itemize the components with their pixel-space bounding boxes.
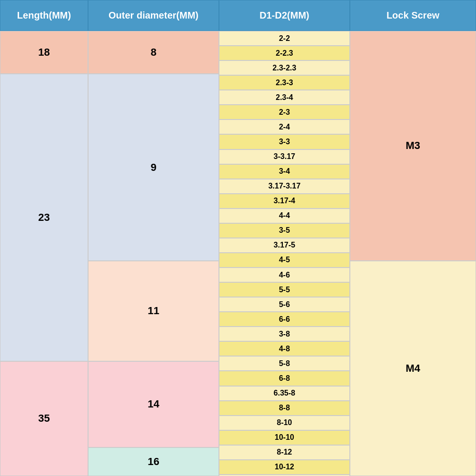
length-18: 18 xyxy=(0,31,88,74)
table-row: 3-4 xyxy=(219,164,350,179)
d1d2-column: 2-22-2.32.3-2.32.3-32.3-42-32-43-33-3.17… xyxy=(219,31,350,476)
table-row: 4-6 xyxy=(219,268,350,282)
table-row: 3-3.17 xyxy=(219,149,350,164)
header-d1d2: D1-D2(MM) xyxy=(219,0,350,31)
lock-M4: M4 xyxy=(350,261,476,476)
table-row: 10-12 xyxy=(219,460,350,475)
table-row: 10-10 xyxy=(219,430,350,445)
table-row: 3-8 xyxy=(219,327,350,341)
header-length: Length(MM) xyxy=(0,0,88,31)
table-row: 2-3 xyxy=(219,105,350,119)
table-row: 3-3 xyxy=(219,134,350,149)
table-row: 2.3-2.3 xyxy=(219,60,350,75)
lock-column: M3 M4 M5 xyxy=(350,31,476,476)
table-row: 5-6 xyxy=(219,297,350,312)
table-row: 3.17-4 xyxy=(219,194,350,208)
table-row: 5-5 xyxy=(219,282,350,297)
table-body: 18 23 35 52 8 9 xyxy=(0,31,476,476)
lock-M3: M3 xyxy=(350,31,476,261)
table-row: 3.17-3.17 xyxy=(219,179,350,194)
od-column: 8 9 11 14 16 20 xyxy=(88,31,219,476)
table-row: 6-6 xyxy=(219,312,350,327)
table-row: 4-5 xyxy=(219,253,350,268)
length-column: 18 23 35 52 xyxy=(0,31,88,476)
table-row: 6-8 xyxy=(219,371,350,386)
table-row: 4-8 xyxy=(219,341,350,356)
od-11: 11 xyxy=(88,261,219,361)
od-16: 16 xyxy=(88,447,219,476)
table-row: 6.35-8 xyxy=(219,386,350,401)
table-row: 3-5 xyxy=(219,223,350,238)
table-row: 2-4 xyxy=(219,119,350,134)
table-header: Length(MM) Outer diameter(MM) D1-D2(MM) … xyxy=(0,0,476,31)
table-row: 8-10 xyxy=(219,416,350,430)
table-row: 8-12 xyxy=(219,445,350,460)
table-row: 5-8 xyxy=(219,356,350,371)
main-table: Length(MM) Outer diameter(MM) D1-D2(MM) … xyxy=(0,0,476,476)
od-8: 8 xyxy=(88,31,219,74)
header-lockscrew: Lock Screw xyxy=(350,0,476,31)
table-row: 2.3-4 xyxy=(219,90,350,105)
table-row: 2.3-3 xyxy=(219,75,350,90)
table-row: 3.17-5 xyxy=(219,238,350,253)
table-row: 2-2 xyxy=(219,31,350,46)
table-row: 4-4 xyxy=(219,208,350,223)
table-row: 8-8 xyxy=(219,401,350,416)
length-23: 23 xyxy=(0,74,88,361)
header-od: Outer diameter(MM) xyxy=(88,0,219,31)
length-35: 35 xyxy=(0,361,88,476)
od-14: 14 xyxy=(88,361,219,447)
od-9: 9 xyxy=(88,74,219,260)
table-row: 2-2.3 xyxy=(219,46,350,60)
